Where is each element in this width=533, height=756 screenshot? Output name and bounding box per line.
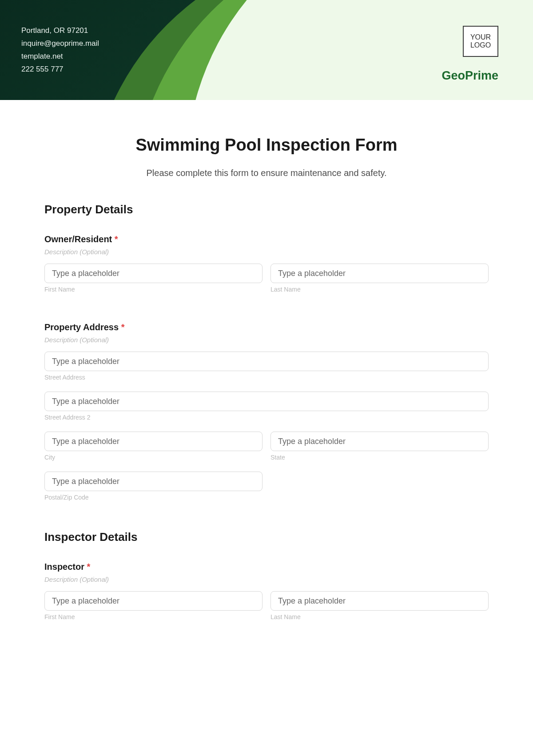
owner-label-row: Owner/Resident * <box>44 234 489 244</box>
street-address-2-sublabel: Street Address 2 <box>44 414 489 421</box>
owner-last-name-sublabel: Last Name <box>270 286 489 293</box>
brand-name: GeoPrime <box>442 69 498 83</box>
address-description: Description (Optional) <box>44 336 489 344</box>
property-address-group: Property Address * Description (Optional… <box>44 322 489 509</box>
owner-last-name-input[interactable] <box>270 264 489 283</box>
street-address-input[interactable] <box>44 352 489 371</box>
required-marker: * <box>87 562 91 572</box>
postal-code-sublabel: Postal/Zip Code <box>44 494 263 501</box>
inspector-first-name-sublabel: First Name <box>44 613 263 620</box>
inspector-label: Inspector <box>44 562 84 572</box>
section-heading-inspector: Inspector Details <box>44 530 489 544</box>
address-label: Property Address <box>44 322 119 332</box>
state-input[interactable] <box>270 432 489 451</box>
inspector-last-name-sublabel: Last Name <box>270 613 489 620</box>
owner-description: Description (Optional) <box>44 248 489 256</box>
owner-first-name-input[interactable] <box>44 264 263 283</box>
form-subtitle: Please complete this form to ensure main… <box>44 168 489 178</box>
city-input[interactable] <box>44 432 263 451</box>
postal-code-input[interactable] <box>44 472 263 491</box>
inspector-group: Inspector * Description (Optional) First… <box>44 562 489 628</box>
section-heading-property: Property Details <box>44 203 489 216</box>
company-info-block: Portland, OR 97201 inquire@geoprime.mail… <box>21 24 99 76</box>
owner-resident-group: Owner/Resident * Description (Optional) … <box>44 234 489 301</box>
owner-label: Owner/Resident <box>44 234 112 244</box>
header-banner: Portland, OR 97201 inquire@geoprime.mail… <box>0 0 533 100</box>
inspector-first-name-input[interactable] <box>44 591 263 611</box>
logo-text: YOUR LOGO <box>464 33 497 50</box>
inspector-last-name-input[interactable] <box>270 591 489 611</box>
state-sublabel: State <box>270 454 489 461</box>
owner-first-name-sublabel: First Name <box>44 286 263 293</box>
form-content: Swimming Pool Inspection Form Please com… <box>0 100 533 668</box>
company-website: template.net <box>21 50 99 63</box>
required-marker: * <box>121 322 125 332</box>
company-address: Portland, OR 97201 <box>21 24 99 37</box>
inspector-label-row: Inspector * <box>44 562 489 572</box>
company-email: inquire@geoprime.mail <box>21 37 99 50</box>
company-phone: 222 555 777 <box>21 63 99 76</box>
form-title: Swimming Pool Inspection Form <box>44 136 489 155</box>
inspector-description: Description (Optional) <box>44 576 489 583</box>
city-sublabel: City <box>44 454 263 461</box>
street-address-sublabel: Street Address <box>44 374 489 381</box>
logo-placeholder: YOUR LOGO <box>463 26 498 57</box>
street-address-2-input[interactable] <box>44 392 489 411</box>
address-label-row: Property Address * <box>44 322 489 332</box>
required-marker: * <box>115 234 118 244</box>
